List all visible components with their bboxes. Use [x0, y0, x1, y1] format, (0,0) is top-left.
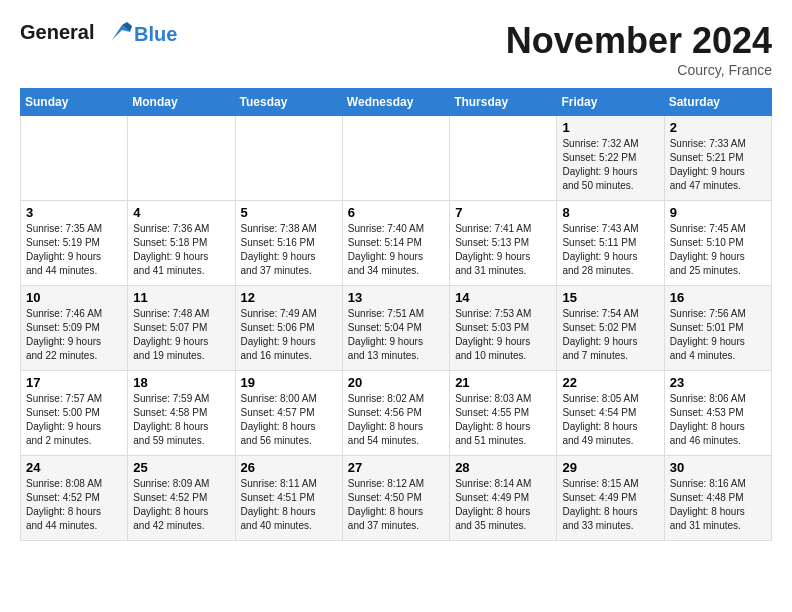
calendar-week-row: 3Sunrise: 7:35 AM Sunset: 5:19 PM Daylig… — [21, 201, 772, 286]
calendar-cell: 20Sunrise: 8:02 AM Sunset: 4:56 PM Dayli… — [342, 371, 449, 456]
day-number: 19 — [241, 375, 337, 390]
calendar-cell: 9Sunrise: 7:45 AM Sunset: 5:10 PM Daylig… — [664, 201, 771, 286]
day-number: 20 — [348, 375, 444, 390]
day-header-wednesday: Wednesday — [342, 89, 449, 116]
day-info: Sunrise: 7:43 AM Sunset: 5:11 PM Dayligh… — [562, 222, 658, 278]
day-info: Sunrise: 7:36 AM Sunset: 5:18 PM Dayligh… — [133, 222, 229, 278]
logo: General Blue — [20, 20, 177, 48]
day-info: Sunrise: 7:35 AM Sunset: 5:19 PM Dayligh… — [26, 222, 122, 278]
calendar-cell — [450, 116, 557, 201]
calendar-cell: 26Sunrise: 8:11 AM Sunset: 4:51 PM Dayli… — [235, 456, 342, 541]
calendar-week-row: 1Sunrise: 7:32 AM Sunset: 5:22 PM Daylig… — [21, 116, 772, 201]
calendar-cell: 10Sunrise: 7:46 AM Sunset: 5:09 PM Dayli… — [21, 286, 128, 371]
day-number: 26 — [241, 460, 337, 475]
day-number: 11 — [133, 290, 229, 305]
day-number: 3 — [26, 205, 122, 220]
calendar-cell — [342, 116, 449, 201]
day-info: Sunrise: 7:59 AM Sunset: 4:58 PM Dayligh… — [133, 392, 229, 448]
calendar-header-row: SundayMondayTuesdayWednesdayThursdayFrid… — [21, 89, 772, 116]
calendar-cell — [235, 116, 342, 201]
page-header: General Blue November 2024 Courcy, Franc… — [20, 20, 772, 78]
day-number: 14 — [455, 290, 551, 305]
calendar-cell: 5Sunrise: 7:38 AM Sunset: 5:16 PM Daylig… — [235, 201, 342, 286]
day-info: Sunrise: 8:08 AM Sunset: 4:52 PM Dayligh… — [26, 477, 122, 533]
day-number: 24 — [26, 460, 122, 475]
calendar-cell: 18Sunrise: 7:59 AM Sunset: 4:58 PM Dayli… — [128, 371, 235, 456]
calendar-week-row: 10Sunrise: 7:46 AM Sunset: 5:09 PM Dayli… — [21, 286, 772, 371]
day-number: 10 — [26, 290, 122, 305]
calendar-week-row: 17Sunrise: 7:57 AM Sunset: 5:00 PM Dayli… — [21, 371, 772, 456]
day-info: Sunrise: 8:06 AM Sunset: 4:53 PM Dayligh… — [670, 392, 766, 448]
calendar-cell: 25Sunrise: 8:09 AM Sunset: 4:52 PM Dayli… — [128, 456, 235, 541]
day-number: 25 — [133, 460, 229, 475]
calendar-cell: 16Sunrise: 7:56 AM Sunset: 5:01 PM Dayli… — [664, 286, 771, 371]
day-header-monday: Monday — [128, 89, 235, 116]
day-info: Sunrise: 8:12 AM Sunset: 4:50 PM Dayligh… — [348, 477, 444, 533]
calendar-cell: 24Sunrise: 8:08 AM Sunset: 4:52 PM Dayli… — [21, 456, 128, 541]
day-info: Sunrise: 8:14 AM Sunset: 4:49 PM Dayligh… — [455, 477, 551, 533]
day-info: Sunrise: 7:38 AM Sunset: 5:16 PM Dayligh… — [241, 222, 337, 278]
day-info: Sunrise: 7:46 AM Sunset: 5:09 PM Dayligh… — [26, 307, 122, 363]
calendar-cell: 30Sunrise: 8:16 AM Sunset: 4:48 PM Dayli… — [664, 456, 771, 541]
day-number: 28 — [455, 460, 551, 475]
logo-text-general: General — [20, 21, 94, 43]
day-number: 9 — [670, 205, 766, 220]
calendar-cell — [128, 116, 235, 201]
day-info: Sunrise: 8:09 AM Sunset: 4:52 PM Dayligh… — [133, 477, 229, 533]
day-number: 17 — [26, 375, 122, 390]
logo-text-blue: Blue — [134, 23, 177, 45]
day-info: Sunrise: 7:45 AM Sunset: 5:10 PM Dayligh… — [670, 222, 766, 278]
calendar-cell: 12Sunrise: 7:49 AM Sunset: 5:06 PM Dayli… — [235, 286, 342, 371]
day-number: 16 — [670, 290, 766, 305]
day-number: 1 — [562, 120, 658, 135]
day-info: Sunrise: 7:40 AM Sunset: 5:14 PM Dayligh… — [348, 222, 444, 278]
day-number: 2 — [670, 120, 766, 135]
day-number: 30 — [670, 460, 766, 475]
day-info: Sunrise: 7:54 AM Sunset: 5:02 PM Dayligh… — [562, 307, 658, 363]
day-info: Sunrise: 8:11 AM Sunset: 4:51 PM Dayligh… — [241, 477, 337, 533]
calendar-cell: 29Sunrise: 8:15 AM Sunset: 4:49 PM Dayli… — [557, 456, 664, 541]
calendar-cell: 7Sunrise: 7:41 AM Sunset: 5:13 PM Daylig… — [450, 201, 557, 286]
day-number: 29 — [562, 460, 658, 475]
title-block: November 2024 Courcy, France — [506, 20, 772, 78]
calendar-cell: 21Sunrise: 8:03 AM Sunset: 4:55 PM Dayli… — [450, 371, 557, 456]
day-number: 12 — [241, 290, 337, 305]
day-info: Sunrise: 7:41 AM Sunset: 5:13 PM Dayligh… — [455, 222, 551, 278]
logo-bird-icon — [102, 20, 132, 48]
day-info: Sunrise: 8:16 AM Sunset: 4:48 PM Dayligh… — [670, 477, 766, 533]
day-info: Sunrise: 7:49 AM Sunset: 5:06 PM Dayligh… — [241, 307, 337, 363]
day-number: 13 — [348, 290, 444, 305]
day-info: Sunrise: 7:53 AM Sunset: 5:03 PM Dayligh… — [455, 307, 551, 363]
day-header-friday: Friday — [557, 89, 664, 116]
day-info: Sunrise: 7:51 AM Sunset: 5:04 PM Dayligh… — [348, 307, 444, 363]
day-info: Sunrise: 7:56 AM Sunset: 5:01 PM Dayligh… — [670, 307, 766, 363]
location: Courcy, France — [506, 62, 772, 78]
calendar-cell: 15Sunrise: 7:54 AM Sunset: 5:02 PM Dayli… — [557, 286, 664, 371]
calendar-cell: 27Sunrise: 8:12 AM Sunset: 4:50 PM Dayli… — [342, 456, 449, 541]
day-number: 5 — [241, 205, 337, 220]
day-header-sunday: Sunday — [21, 89, 128, 116]
day-number: 27 — [348, 460, 444, 475]
day-info: Sunrise: 8:03 AM Sunset: 4:55 PM Dayligh… — [455, 392, 551, 448]
calendar-cell: 13Sunrise: 7:51 AM Sunset: 5:04 PM Dayli… — [342, 286, 449, 371]
day-info: Sunrise: 8:15 AM Sunset: 4:49 PM Dayligh… — [562, 477, 658, 533]
day-number: 23 — [670, 375, 766, 390]
day-number: 7 — [455, 205, 551, 220]
day-header-saturday: Saturday — [664, 89, 771, 116]
calendar-week-row: 24Sunrise: 8:08 AM Sunset: 4:52 PM Dayli… — [21, 456, 772, 541]
calendar-cell: 3Sunrise: 7:35 AM Sunset: 5:19 PM Daylig… — [21, 201, 128, 286]
day-number: 21 — [455, 375, 551, 390]
day-number: 8 — [562, 205, 658, 220]
day-info: Sunrise: 7:48 AM Sunset: 5:07 PM Dayligh… — [133, 307, 229, 363]
day-number: 18 — [133, 375, 229, 390]
calendar-cell: 23Sunrise: 8:06 AM Sunset: 4:53 PM Dayli… — [664, 371, 771, 456]
day-number: 22 — [562, 375, 658, 390]
day-info: Sunrise: 7:57 AM Sunset: 5:00 PM Dayligh… — [26, 392, 122, 448]
calendar-cell — [21, 116, 128, 201]
calendar-cell: 14Sunrise: 7:53 AM Sunset: 5:03 PM Dayli… — [450, 286, 557, 371]
calendar-cell: 19Sunrise: 8:00 AM Sunset: 4:57 PM Dayli… — [235, 371, 342, 456]
month-title: November 2024 — [506, 20, 772, 62]
calendar-cell: 6Sunrise: 7:40 AM Sunset: 5:14 PM Daylig… — [342, 201, 449, 286]
calendar-cell: 11Sunrise: 7:48 AM Sunset: 5:07 PM Dayli… — [128, 286, 235, 371]
calendar-cell: 2Sunrise: 7:33 AM Sunset: 5:21 PM Daylig… — [664, 116, 771, 201]
